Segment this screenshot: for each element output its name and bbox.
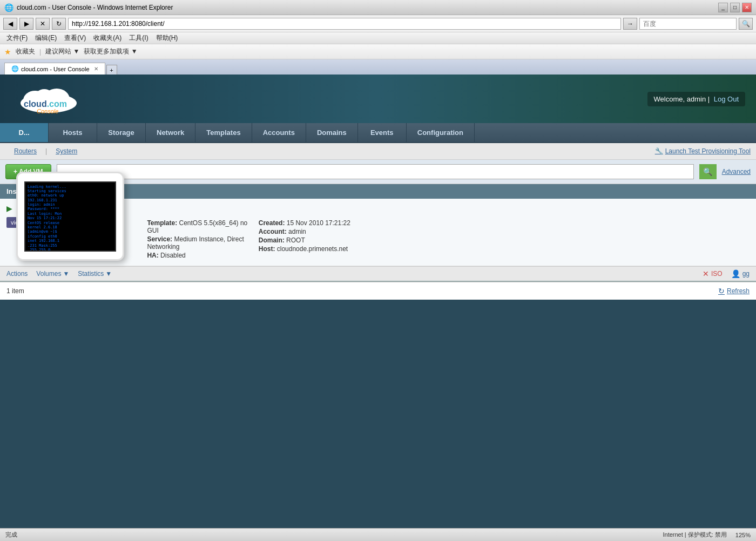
sub-nav: Routers | System 🔧 Launch Test Provision… — [0, 143, 756, 160]
volumes-dropdown[interactable]: Volumes ▼ — [36, 270, 69, 278]
search-icon: 🔍 — [703, 167, 712, 176]
account-label: Account: — [259, 228, 287, 235]
nav-tab-accounts[interactable]: Accounts — [252, 123, 306, 142]
nav-tab-hosts[interactable]: Hosts — [49, 123, 97, 142]
nav-tab-domains[interactable]: Domains — [306, 123, 358, 142]
statistics-dropdown[interactable]: Statistics ▼ — [78, 270, 112, 278]
forward-button[interactable]: ▶ — [19, 18, 33, 30]
menu-bar: 文件(F) 编辑(E) 查看(V) 收藏夹(A) 工具(I) 帮助(H) — [0, 32, 756, 44]
close-button[interactable]: ✕ — [742, 3, 752, 12]
instance-col-2: Template: CentOS 5.5(x86_64) no GUI Serv… — [147, 218, 247, 260]
actions-link[interactable]: Actions — [6, 270, 28, 278]
bookmark-suggested-sites[interactable]: 建议网站 ▼ — [45, 47, 79, 56]
nav-tab-storage[interactable]: Storage — [97, 123, 146, 142]
nav-tab-configuration[interactable]: Configuration — [407, 123, 475, 142]
maximize-button[interactable]: □ — [730, 3, 740, 12]
app-wrapper: cloud.com Console Welcome, admin | Log O… — [0, 75, 756, 541]
terminal-display: Loading kernel... Starting services eth0… — [25, 182, 115, 251]
status-bar: 完成 Internet | 保护模式: 禁用 125% — [0, 528, 756, 541]
menu-favorites[interactable]: 收藏夹(A) — [90, 32, 125, 44]
domain-label: Domain: — [259, 236, 285, 244]
bookmark-favorites[interactable]: 收藏夹 — [16, 47, 35, 56]
created-value: 15 Nov 2010 17:21:22 — [287, 219, 350, 227]
app-header: cloud.com Console Welcome, admin | Log O… — [0, 75, 756, 123]
menu-help[interactable]: 帮助(H) — [153, 32, 181, 44]
item-count: 1 item — [6, 287, 24, 295]
minimize-button[interactable]: _ — [718, 3, 728, 12]
footer-bar: 1 item ↻ Refresh — [0, 282, 756, 300]
logout-link[interactable]: Log Out — [714, 95, 739, 103]
svg-text:Console: Console — [37, 108, 58, 114]
browser-search-button[interactable]: 🔍 — [739, 18, 753, 30]
account-value: admin — [288, 228, 306, 235]
status-text: 完成 — [5, 531, 663, 539]
service-label: Service: — [147, 235, 172, 243]
cloud-logo-svg: cloud.com Console — [16, 84, 81, 114]
browser-search-input[interactable] — [639, 18, 737, 30]
running-icon: ▶ — [6, 204, 12, 213]
instance-actions-bar: Actions Volumes ▼ Statistics ▼ ✕ ISO 👤 g… — [0, 266, 756, 282]
refresh-nav-button[interactable]: ↻ — [52, 18, 66, 30]
nav-tab-events[interactable]: Events — [358, 123, 407, 142]
address-bar: ◀ ▶ ✕ ↻ → 🔍 — [0, 15, 756, 32]
go-button[interactable]: → — [623, 18, 637, 30]
domain-value: ROOT — [286, 236, 305, 244]
sub-nav-routers[interactable]: Routers — [5, 145, 45, 157]
user-badge: 👤 gg — [731, 269, 750, 278]
logo-area: cloud.com Console — [11, 77, 86, 120]
created-label: Created: — [259, 219, 285, 227]
browser-tab-console[interactable]: 🌐 cloud.com - User Console ✕ — [4, 63, 105, 75]
refresh-icon: ↻ — [718, 287, 725, 295]
user-icon: 👤 — [731, 269, 740, 278]
vm-thumbnail-overlay: Loading kernel... Starting services eth0… — [16, 172, 124, 261]
bookmark-more-addons[interactable]: 获取更多加载项 ▼ — [84, 47, 137, 56]
menu-view[interactable]: 查看(V) — [61, 32, 89, 44]
statistics-chevron-icon: ▼ — [105, 270, 112, 278]
nav-tab-network[interactable]: Network — [146, 123, 195, 142]
instance-col-3: Created: 15 Nov 2010 17:21:22 Account: a… — [259, 218, 359, 260]
tab-close-button[interactable]: ✕ — [94, 66, 98, 72]
volumes-chevron-icon: ▼ — [63, 270, 69, 278]
nav-tab-dashboard[interactable]: D... — [0, 123, 49, 142]
instance-search-input[interactable] — [57, 164, 694, 179]
refresh-button[interactable]: ↻ Refresh — [718, 287, 750, 295]
browser-title: cloud.com - User Console - Windows Inter… — [17, 4, 173, 11]
menu-edit[interactable]: 编辑(E) — [32, 32, 60, 44]
favorites-star-icon: ★ — [4, 48, 11, 56]
wrench-icon: 🔧 — [655, 147, 663, 155]
advanced-link[interactable]: Advanced — [722, 168, 751, 175]
template-label: Template: — [147, 219, 177, 227]
host-label: Host: — [259, 245, 275, 253]
title-bar: 🌐 cloud.com - User Console - Windows Int… — [0, 0, 756, 15]
iso-badge: ✕ ISO — [703, 269, 723, 278]
stop-button[interactable]: ✕ — [36, 18, 50, 30]
status-right: Internet | 保护模式: 禁用 125% — [663, 531, 751, 539]
menu-file[interactable]: 文件(F) — [3, 32, 31, 44]
internet-status: Internet | 保护模式: 禁用 — [663, 531, 726, 539]
new-tab-button[interactable]: + — [106, 65, 117, 75]
iso-x-icon: ✕ — [703, 269, 709, 278]
ha-value: Disabled — [160, 252, 186, 259]
browser-icon: 🌐 — [4, 3, 14, 12]
back-button[interactable]: ◀ — [3, 18, 17, 30]
launch-tool-link[interactable]: 🔧 Launch Test Provisioning Tool — [655, 147, 751, 155]
sub-nav-system[interactable]: System — [47, 145, 86, 157]
host-value: cloudnode.primenets.net — [277, 245, 348, 253]
zoom-level: 125% — [735, 532, 751, 538]
svg-text:cloud.com: cloud.com — [24, 99, 67, 109]
search-button[interactable]: 🔍 — [699, 164, 717, 179]
tab-bar: 🌐 cloud.com - User Console ✕ + — [0, 59, 756, 75]
nav-tabs: D... Hosts Storage Network Templates Acc… — [0, 123, 756, 143]
header-welcome: Welcome, admin | Log Out — [647, 92, 745, 106]
bookmarks-bar: ★ 收藏夹 | 建议网站 ▼ 获取更多加载项 ▼ — [0, 44, 756, 59]
vm-screen: Loading kernel... Starting services eth0… — [24, 181, 116, 252]
url-bar[interactable] — [68, 18, 621, 30]
nav-tab-templates[interactable]: Templates — [195, 123, 252, 142]
menu-tools[interactable]: 工具(I) — [126, 32, 151, 44]
ha-label: HA: — [147, 252, 158, 259]
